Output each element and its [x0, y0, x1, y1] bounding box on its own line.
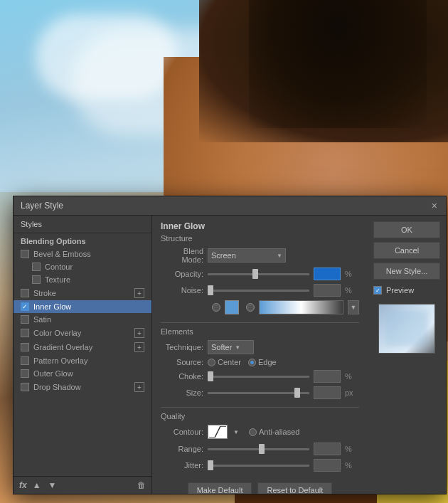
range-track[interactable] — [208, 448, 309, 450]
make-default-button[interactable]: Make Default — [188, 482, 252, 494]
stroke-plus-btn[interactable]: + — [134, 288, 144, 298]
opacity-input[interactable]: 48 — [314, 268, 341, 280]
noise-thumb[interactable] — [208, 285, 213, 295]
choke-track[interactable] — [208, 376, 309, 378]
bevel-emboss-checkbox[interactable] — [21, 250, 29, 258]
sidebar-item-bevel-emboss[interactable]: Bevel & Emboss — [14, 248, 151, 260]
dialog-body: Styles Blending Options Bevel & Emboss C… — [14, 216, 446, 494]
sidebar-item-stroke[interactable]: Stroke + — [14, 286, 151, 300]
source-edge-option[interactable]: Edge — [248, 358, 277, 366]
drop-shadow-plus-btn[interactable]: + — [134, 382, 144, 392]
gradient-mode-radio[interactable] — [246, 303, 255, 312]
source-center-option[interactable]: Center — [208, 358, 241, 366]
ok-button[interactable]: OK — [373, 221, 440, 238]
elements-title: Elements — [161, 327, 359, 336]
contour-curve-svg — [209, 426, 226, 438]
technique-dropdown[interactable]: Softer ▼ — [208, 340, 254, 354]
drop-shadow-checkbox[interactable] — [21, 383, 29, 391]
main-footer-buttons: Make Default Reset to Default — [161, 482, 359, 494]
sidebar-item-outer-glow[interactable]: Outer Glow — [14, 367, 151, 380]
noise-row: Noise: 0 % — [161, 284, 359, 297]
jitter-track[interactable] — [208, 465, 309, 467]
elements-divider — [161, 322, 359, 323]
source-center-radio[interactable] — [208, 359, 215, 366]
blend-mode-row: Blend Mode: Screen ▼ — [161, 247, 359, 264]
contour-checkbox[interactable] — [32, 263, 41, 271]
preview-label: Preview — [386, 286, 414, 295]
sidebar-item-contour[interactable]: Contour — [14, 260, 151, 273]
sidebar-item-texture[interactable]: Texture — [14, 273, 151, 286]
size-thumb[interactable] — [294, 388, 300, 398]
choke-input[interactable]: 0 — [314, 370, 341, 383]
range-thumb[interactable] — [259, 444, 265, 454]
blend-mode-value: Screen — [211, 251, 236, 260]
anti-aliased-label: Anti-aliased — [259, 428, 299, 436]
sidebar-item-inner-glow[interactable]: ✓ Inner Glow — [14, 300, 151, 313]
technique-value: Softer — [211, 343, 232, 351]
contour-dropdown-arrow[interactable]: ▼ — [233, 429, 239, 435]
outer-glow-checkbox[interactable] — [21, 369, 29, 378]
anti-aliased-radio[interactable] — [249, 428, 257, 436]
new-style-button[interactable]: New Style... — [373, 263, 440, 280]
color-gradient-row: ▼ — [161, 300, 359, 314]
technique-label: Technique: — [161, 343, 203, 351]
color-overlay-checkbox[interactable] — [21, 329, 29, 337]
range-slider-container — [208, 448, 309, 450]
noise-track[interactable] — [208, 290, 309, 292]
anti-aliased-option[interactable]: Anti-aliased — [249, 428, 299, 436]
jitter-input[interactable]: 0 — [314, 459, 341, 472]
sidebar-item-satin[interactable]: Satin — [14, 313, 151, 326]
jitter-slider-container — [208, 465, 309, 467]
inner-glow-label: Inner Glow — [33, 302, 71, 311]
source-edge-radio[interactable] — [248, 359, 256, 366]
move-down-button[interactable]: ▼ — [47, 480, 58, 490]
gradient-overlay-checkbox[interactable] — [21, 343, 29, 351]
size-unit: px — [345, 388, 359, 397]
section-title: Inner Glow — [161, 221, 359, 231]
sidebar-item-pattern-overlay[interactable]: Pattern Overlay — [14, 354, 151, 367]
satin-checkbox[interactable] — [21, 315, 29, 324]
close-button[interactable]: × — [430, 201, 439, 211]
choke-label: Choke: — [161, 372, 203, 381]
choke-unit: % — [345, 372, 359, 381]
pattern-overlay-checkbox[interactable] — [21, 356, 29, 365]
range-input[interactable]: 53 — [314, 443, 341, 455]
gradient-overlay-plus-btn[interactable]: + — [134, 342, 144, 352]
delete-button[interactable]: 🗑 — [137, 480, 146, 490]
color-overlay-plus-btn[interactable]: + — [134, 328, 144, 338]
size-input[interactable]: 250 — [314, 386, 341, 399]
opacity-thumb[interactable] — [252, 269, 258, 279]
sidebar-item-blending-options[interactable]: Blending Options — [14, 235, 151, 248]
sidebar-item-drop-shadow[interactable]: Drop Shadow + — [14, 380, 151, 394]
contour-preview[interactable] — [208, 425, 228, 439]
gradient-bar[interactable] — [259, 300, 343, 314]
preview-checkbox[interactable]: ✓ — [373, 286, 382, 295]
size-track[interactable] — [208, 392, 309, 394]
gradient-dropdown[interactable]: ▼ — [348, 300, 359, 314]
sidebar-item-color-overlay[interactable]: Color Overlay + — [14, 326, 151, 340]
color-overlay-label: Color Overlay — [33, 329, 81, 337]
cancel-button[interactable]: Cancel — [373, 242, 440, 259]
noise-input[interactable]: 0 — [314, 284, 341, 297]
texture-label: Texture — [45, 275, 70, 284]
color-mode-radio[interactable] — [212, 303, 220, 312]
choke-row: Choke: 0 % — [161, 370, 359, 383]
contour-row-label: Contour: — [161, 428, 203, 436]
blend-mode-dropdown[interactable]: Screen ▼ — [208, 248, 286, 263]
choke-thumb[interactable] — [208, 371, 213, 381]
reset-to-default-button[interactable]: Reset to Default — [257, 482, 332, 494]
right-panel: OK Cancel New Style... ✓ Preview — [368, 216, 446, 494]
inner-glow-color-swatch[interactable] — [225, 300, 239, 314]
quality-divider — [161, 407, 359, 408]
sidebar-item-gradient-overlay[interactable]: Gradient Overlay + — [14, 340, 151, 354]
satin-label: Satin — [33, 315, 51, 324]
jitter-thumb[interactable] — [208, 460, 213, 470]
choke-slider-container — [208, 376, 309, 378]
texture-checkbox[interactable] — [32, 275, 41, 284]
blending-options-label: Blending Options — [21, 237, 86, 245]
opacity-track[interactable] — [208, 273, 309, 275]
stroke-checkbox[interactable] — [21, 289, 29, 297]
move-up-button[interactable]: ▲ — [31, 480, 43, 490]
dialog-titlebar: Layer Style × — [14, 196, 446, 216]
inner-glow-checkbox[interactable]: ✓ — [21, 302, 29, 311]
